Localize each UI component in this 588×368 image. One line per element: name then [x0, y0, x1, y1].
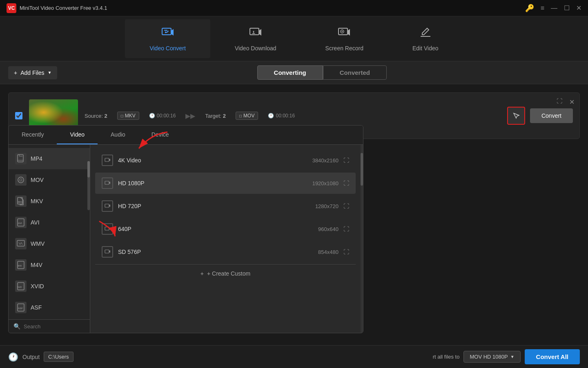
output-label: Output — [22, 354, 40, 360]
asf-icon: ASF — [15, 302, 27, 313]
m4v-label: M4V — [31, 262, 42, 268]
svg-rect-21 — [105, 158, 109, 162]
convert-button[interactable]: Convert — [530, 108, 573, 123]
format-dropdown-panel: Recently Video Audio Device MP4 MOV — [8, 125, 363, 333]
create-custom-row[interactable]: + + Create Custom — [95, 264, 356, 283]
screen-record-icon — [338, 26, 351, 42]
format-tab-device[interactable]: Device — [138, 126, 182, 144]
format-dropdown-label: MOV HD 1080P — [470, 354, 508, 360]
maximize-icon[interactable]: ☐ — [564, 4, 570, 12]
format-select-dropdown[interactable]: MOV HD 1080P ▼ — [463, 351, 520, 363]
640p-edit-icon[interactable]: ⛶ — [343, 226, 349, 232]
output-path[interactable]: C:\Users — [44, 352, 74, 362]
format-item-m4v[interactable]: M4V M4V — [9, 254, 90, 276]
quality-hd1080[interactable]: HD 1080P 1920x1080 ⛶ — [95, 173, 356, 194]
hd1080-icon — [102, 177, 113, 189]
quality-640p[interactable]: 640P 960x640 ⛶ — [95, 218, 356, 240]
format-item-wmv[interactable]: WMV — [9, 233, 90, 254]
svg-rect-7 — [18, 155, 23, 162]
svg-point-1 — [165, 31, 167, 33]
640p-label: 640P — [118, 226, 313, 232]
hd720-icon — [102, 200, 113, 212]
quality-scrollbar[interactable] — [361, 145, 363, 333]
tab-video-download-label: Video Download — [235, 45, 276, 52]
format-item-asf[interactable]: ASF ASF — [9, 297, 90, 318]
file-actions: Convert — [507, 107, 573, 125]
asf-label: ASF — [31, 304, 42, 311]
format-item-xvid[interactable]: XviD XVID — [9, 276, 90, 297]
format-item-avi[interactable]: AVI AVI — [9, 212, 90, 233]
target-format-icon: □ — [239, 114, 242, 118]
file-info: Source: 2 □ MKV 🕐 00:00:16 ▶▶ Target: 2 … — [85, 112, 501, 120]
tab-video-download[interactable]: Video Download — [210, 19, 301, 58]
toolbar: + Add Files ▼ Converting Converted — [0, 61, 588, 84]
format-item-mov[interactable]: MOV — [9, 169, 90, 191]
output-clock-icon: 🕐 — [8, 352, 18, 362]
wmv-label: WMV — [31, 240, 45, 247]
hd720-edit-icon[interactable]: ⛶ — [343, 203, 349, 209]
format-search-input[interactable] — [24, 323, 90, 330]
hd1080-label: HD 1080P — [118, 180, 307, 186]
video-convert-icon — [161, 26, 174, 42]
mov-label: MOV — [31, 177, 44, 183]
xvid-label: XVID — [31, 283, 44, 289]
tab-video-convert[interactable]: Video Convert — [125, 19, 210, 58]
wmv-icon — [15, 238, 27, 249]
svg-text:M4V: M4V — [18, 265, 22, 267]
close-file-button[interactable]: ✕ — [569, 98, 575, 106]
source-format-badge: □ MKV — [117, 112, 139, 120]
close-file-icon: ✕ — [569, 99, 575, 105]
titlebar-controls[interactable]: 🔑 ≡ — ☐ ✕ — [525, 4, 581, 13]
tab-edit-video-label: Edit Video — [412, 45, 439, 52]
format-item-mkv[interactable]: MKV MKV — [9, 191, 90, 212]
tab-screen-record[interactable]: Screen Record — [301, 19, 388, 58]
edit-icon[interactable]: ⛶ — [557, 98, 562, 104]
add-files-dropdown-icon[interactable]: ▼ — [48, 70, 52, 75]
convert-direction-icon: ▶▶ — [185, 112, 195, 120]
minimize-icon[interactable]: — — [551, 4, 557, 12]
main-content: Source: 2 □ MKV 🕐 00:00:16 ▶▶ Target: 2 … — [0, 84, 588, 345]
sidebar-scrollbar[interactable] — [87, 161, 90, 210]
quality-4k[interactable]: 4K Video 3840x2160 ⛶ — [95, 150, 356, 171]
svg-text:MKV: MKV — [18, 201, 23, 203]
converted-tab[interactable]: Converted — [323, 65, 387, 80]
quality-hd720[interactable]: HD 720P 1280x720 ⛶ — [95, 195, 356, 217]
format-item-mp4[interactable]: MP4 — [9, 148, 90, 169]
converting-tab[interactable]: Converting — [257, 65, 323, 80]
svg-point-9 — [20, 179, 22, 181]
file-checkbox[interactable] — [15, 112, 22, 119]
format-tab-video[interactable]: Video — [57, 126, 98, 144]
svg-rect-4 — [339, 28, 347, 35]
format-tab-audio[interactable]: Audio — [98, 126, 138, 144]
tab-video-convert-label: Video Convert — [149, 45, 185, 52]
menu-icon[interactable]: ≡ — [541, 4, 544, 12]
m4v-icon: M4V — [15, 259, 27, 271]
svg-text:ASF: ASF — [18, 307, 23, 310]
convert-all-section: rt all files to MOV HD 1080P ▼ Convert A… — [433, 349, 580, 364]
key-icon[interactable]: 🔑 — [525, 4, 534, 13]
source-duration: 🕐 00:00:16 — [149, 113, 176, 119]
tab-edit-video[interactable]: Edit Video — [388, 19, 463, 58]
sd576p-resolution: 854x480 — [318, 249, 339, 255]
hd1080-edit-icon[interactable]: ⛶ — [343, 180, 349, 186]
cursor-select-button[interactable] — [507, 107, 525, 125]
source-format-icon: □ — [121, 114, 123, 118]
4k-edit-icon[interactable]: ⛶ — [343, 157, 349, 164]
titlebar: VC MiniTool Video Converter Free v3.4.1 … — [0, 0, 588, 16]
convert-all-button[interactable]: Convert All — [525, 349, 580, 364]
format-tab-recently[interactable]: Recently — [9, 126, 57, 144]
search-icon: 🔍 — [13, 323, 20, 330]
hd720-label: HD 720P — [118, 203, 310, 209]
create-custom-label: + Create Custom — [207, 270, 250, 277]
close-icon[interactable]: ✕ — [576, 4, 581, 12]
svg-rect-24 — [105, 227, 109, 230]
hd720-resolution: 1280x720 — [315, 203, 339, 209]
svg-rect-0 — [162, 28, 171, 35]
app-title: MiniTool Video Converter Free v3.4.1 — [20, 5, 107, 11]
mov-icon — [15, 174, 27, 186]
add-files-button[interactable]: + Add Files ▼ — [8, 66, 57, 79]
edit-video-icon — [419, 26, 432, 42]
sd576p-edit-icon[interactable]: ⛶ — [343, 249, 349, 255]
target-format-badge: □ MOV — [236, 112, 258, 120]
quality-sd576p[interactable]: SD 576P 854x480 ⛶ — [95, 241, 356, 263]
